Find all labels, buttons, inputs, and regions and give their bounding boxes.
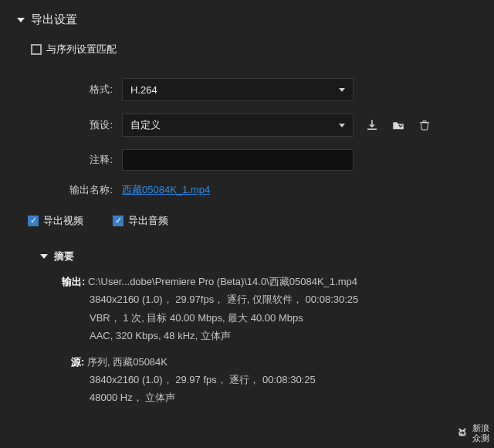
output-name-label: 输出名称: [14, 183, 122, 197]
format-dropdown[interactable]: H.264 [122, 78, 354, 101]
output-name-link[interactable]: 西藏05084K_1.mp4 [122, 183, 210, 197]
output-label: 输出: [62, 276, 88, 287]
export-video-label[interactable]: 导出视频 [28, 214, 83, 228]
comment-input[interactable] [122, 149, 354, 171]
export-video-text: 导出视频 [43, 214, 83, 228]
preset-label: 预设: [14, 118, 122, 132]
chevron-down-icon [40, 254, 48, 259]
save-preset-icon[interactable] [364, 117, 380, 133]
output-bitrate-spec: VBR， 1 次, 目标 40.00 Mbps, 最大 40.00 Mbps [90, 309, 480, 327]
format-value: H.264 [130, 84, 157, 96]
section-title: 导出设置 [31, 12, 77, 27]
export-video-checkbox[interactable] [28, 216, 39, 226]
export-audio-label[interactable]: 导出音频 [113, 214, 168, 228]
output-path: C:\User...dobe\Premiere Pro (Beta)\14.0\… [88, 276, 357, 287]
output-audio-spec: AAC, 320 Kbps, 48 kHz, 立体声 [90, 327, 480, 344]
match-sequence-checkbox[interactable] [31, 44, 42, 55]
chevron-down-icon [339, 88, 345, 92]
import-preset-icon[interactable] [391, 117, 406, 133]
preset-value: 自定义 [130, 118, 161, 132]
export-settings-header[interactable]: 导出设置 [14, 12, 480, 27]
delete-preset-icon[interactable] [417, 117, 432, 133]
summary-title: 摘要 [54, 249, 74, 263]
export-audio-checkbox[interactable] [113, 216, 124, 226]
preset-dropdown[interactable]: 自定义 [122, 114, 354, 137]
format-label: 格式: [14, 83, 122, 97]
source-video-spec: 3840x2160 (1.0)， 29.97 fps， 逐行， 00:08:30… [90, 371, 480, 389]
chevron-down-icon [17, 18, 25, 22]
watermark: ఠ 新浪 众测 [456, 423, 489, 443]
export-audio-text: 导出音频 [128, 214, 168, 228]
source-audio-spec: 48000 Hz， 立体声 [90, 389, 480, 406]
source-label: 源: [71, 356, 87, 368]
output-video-spec: 3840x2160 (1.0)， 29.97fps， 逐行, 仅限软件， 00:… [90, 290, 480, 308]
sina-logo-icon: ఠ [456, 425, 470, 442]
summary-header[interactable]: 摘要 [37, 249, 480, 263]
chevron-down-icon [339, 124, 345, 127]
comment-label: 注释: [14, 153, 122, 167]
match-sequence-label[interactable]: 与序列设置匹配 [31, 42, 117, 56]
source-sequence: 序列, 西藏05084K [87, 356, 167, 368]
summary-content: 输出: C:\User...dobe\Premiere Pro (Beta)\1… [62, 273, 480, 407]
match-sequence-text: 与序列设置匹配 [46, 42, 117, 56]
